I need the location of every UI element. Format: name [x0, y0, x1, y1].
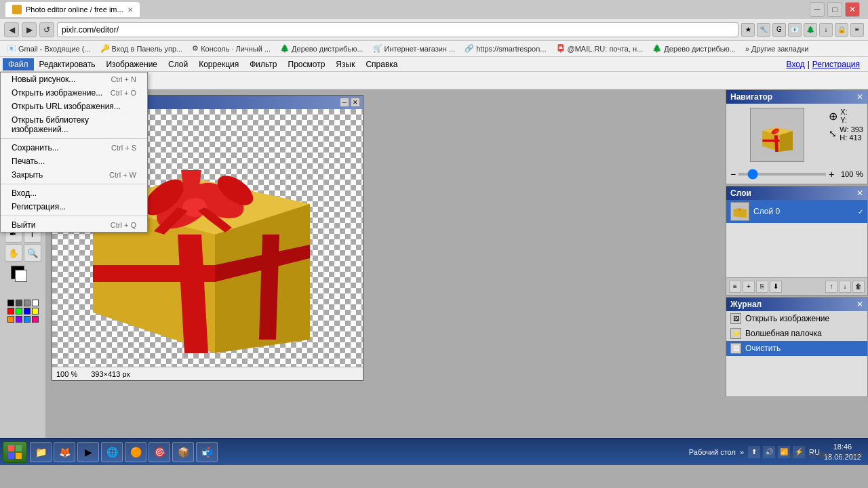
- bookmark-tree2[interactable]: 🌲 Дерево дистрибью...: [648, 43, 740, 54]
- window-minimize-btn[interactable]: ─: [810, 2, 825, 17]
- taskbar-media-btn[interactable]: ▶: [77, 442, 99, 462]
- zoom-minus-icon[interactable]: −: [730, 169, 736, 180]
- menu-open-image[interactable]: Открыть изображение... Ctrl + O: [1, 86, 147, 100]
- ext-icon1[interactable]: G: [772, 23, 786, 37]
- ext-icon3[interactable]: 🌲: [804, 23, 817, 37]
- bookmark-more[interactable]: » Другие закладки: [741, 43, 812, 54]
- layers-btn-copy[interactable]: ⎘: [756, 281, 768, 293]
- tab-close-btn[interactable]: ✕: [127, 6, 133, 14]
- menu-edit[interactable]: Редактировать: [34, 58, 101, 70]
- tray-icon-2[interactable]: 🔊: [763, 446, 775, 458]
- register-link[interactable]: Регистрация: [812, 60, 860, 69]
- menu-help[interactable]: Справка: [360, 58, 403, 70]
- zoom-plus-icon[interactable]: +: [829, 169, 834, 180]
- taskbar-arrow[interactable]: »: [740, 448, 744, 456]
- bookmark-console[interactable]: ⚙ Консоль · Личный ...: [188, 43, 275, 54]
- menu-layer[interactable]: Слой: [163, 58, 193, 70]
- taskbar-ie-btn[interactable]: 🌐: [101, 442, 123, 462]
- menu-quit[interactable]: Выйти Ctrl + Q: [1, 218, 147, 232]
- swatch-orange[interactable]: [7, 316, 14, 323]
- swatch-yellow[interactable]: [32, 308, 39, 314]
- taskbar-files-btn[interactable]: 📁: [30, 442, 52, 462]
- layers-btn-up[interactable]: ↑: [825, 281, 837, 293]
- bookmark-mail[interactable]: 📮 @MAIL.RU: почта, н...: [552, 43, 648, 54]
- star-icon[interactable]: ★: [741, 23, 755, 37]
- menu-close[interactable]: Закрыть Ctrl + W: [1, 168, 147, 182]
- address-bar[interactable]: pixlr.com/editor/: [57, 22, 738, 37]
- zoom-slider[interactable]: [738, 173, 826, 176]
- swatch-white[interactable]: [32, 300, 39, 306]
- secondary-color[interactable]: [15, 270, 27, 282]
- swatch-green[interactable]: [16, 308, 22, 314]
- login-link[interactable]: Вход: [787, 60, 805, 69]
- color-picker[interactable]: [11, 266, 35, 290]
- menu-filter[interactable]: Фильтр: [244, 58, 282, 70]
- swatch-blue[interactable]: [24, 308, 31, 314]
- browser-navbar: ◀ ▶ ↺ pixlr.com/editor/ ★ 🔧 G 📧 🌲 ↓ 🔒 ≡: [0, 19, 868, 41]
- ext-icon2[interactable]: 📧: [788, 23, 802, 37]
- menu-save[interactable]: Сохранить... Ctrl + S: [1, 141, 147, 155]
- layer-0-visible[interactable]: ✓: [858, 208, 863, 216]
- menu-view[interactable]: Просмотр: [283, 58, 331, 70]
- journal-item-2[interactable]: 🖼 Очистить: [726, 341, 867, 356]
- zoom-percent: %: [856, 169, 863, 179]
- layers-close-btn[interactable]: ✕: [856, 188, 863, 198]
- taskbar-mail-btn[interactable]: 📬: [196, 442, 218, 462]
- navigator-close-btn[interactable]: ✕: [856, 92, 863, 102]
- journal-item-0[interactable]: 🖼 Открыть изображение: [726, 311, 867, 326]
- tools-icon[interactable]: 🔧: [757, 23, 770, 37]
- swatch-dark[interactable]: [16, 300, 22, 306]
- refresh-button[interactable]: ↺: [39, 22, 54, 37]
- nav-crosshair-icon[interactable]: ⊕: [829, 110, 837, 123]
- bookmark-shop[interactable]: 🛒 Интернет-магазин ...: [369, 43, 460, 54]
- window-close-btn[interactable]: ✕: [845, 2, 860, 17]
- swatch-black[interactable]: [7, 300, 14, 306]
- ext-icon5[interactable]: 🔒: [835, 23, 848, 37]
- menu-image[interactable]: Изображение: [100, 58, 163, 70]
- tool-hand[interactable]: ✋: [5, 244, 22, 262]
- ext-icon6[interactable]: ≡: [850, 23, 864, 37]
- bookmark-panel[interactable]: 🔑 Вход в Панель упр...: [96, 43, 187, 54]
- journal-close-btn[interactable]: ✕: [856, 300, 863, 309]
- browser-tab[interactable]: Photo editor online / free im... ✕: [5, 2, 140, 17]
- taskbar-target-btn[interactable]: 🎯: [149, 442, 170, 462]
- swatch-purple[interactable]: [16, 316, 22, 323]
- taskbar-firefox-btn[interactable]: 🦊: [54, 442, 75, 462]
- tray-icon-1[interactable]: ⬆: [748, 446, 760, 458]
- layers-btn-merge[interactable]: ⬇: [770, 281, 782, 293]
- menu-open-url[interactable]: Открыть URL изображения...: [1, 100, 147, 113]
- menu-new[interactable]: Новый рисунок... Ctrl + N: [1, 73, 147, 86]
- layers-btn-add[interactable]: +: [743, 281, 755, 293]
- taskbar-package-btn[interactable]: 📦: [172, 442, 194, 462]
- start-button[interactable]: [3, 441, 27, 463]
- layers-btn-menu[interactable]: ≡: [729, 281, 741, 293]
- taskbar-chrome-btn[interactable]: 🟠: [125, 442, 146, 462]
- ext-icon4[interactable]: ↓: [819, 23, 833, 37]
- menu-correction[interactable]: Коррекция: [193, 58, 244, 70]
- menu-open-library[interactable]: Открыть библиотеку изображений...: [1, 113, 147, 136]
- layer-item-0[interactable]: Слой 0 ✓: [726, 200, 867, 223]
- swatch-pink[interactable]: [32, 316, 39, 323]
- swatch-red[interactable]: [7, 308, 14, 314]
- menu-register[interactable]: Регистрация...: [1, 200, 147, 214]
- menu-print[interactable]: Печать...: [1, 155, 147, 168]
- journal-item-1[interactable]: ⭐ Волшебная палочка: [726, 326, 867, 341]
- back-button[interactable]: ◀: [4, 22, 19, 37]
- menu-file[interactable]: Файл: [3, 58, 34, 70]
- bookmark-tree1[interactable]: 🌲 Дерево дистрибью...: [276, 43, 368, 54]
- menu-language[interactable]: Язык: [330, 58, 360, 70]
- forward-button[interactable]: ▶: [22, 22, 37, 37]
- nav-x-label: X:: [840, 108, 847, 116]
- swatch-cyan[interactable]: [24, 316, 31, 323]
- tool-zoom[interactable]: 🔍: [24, 244, 41, 262]
- bookmark-smart[interactable]: 🔗 https://smartrespon...: [460, 43, 550, 54]
- menu-login[interactable]: Вход...: [1, 186, 147, 200]
- swatch-gray[interactable]: [24, 300, 31, 306]
- layers-btn-delete[interactable]: 🗑: [852, 281, 865, 293]
- canvas-close-btn[interactable]: ✕: [351, 98, 360, 107]
- layers-btn-down[interactable]: ↓: [839, 281, 851, 293]
- layer-thumb-svg: [731, 203, 749, 220]
- bookmark-gmail[interactable]: 📧 Gmail - Входящие (...: [3, 43, 95, 54]
- canvas-minimize-btn[interactable]: ─: [340, 98, 349, 107]
- window-maximize-btn[interactable]: □: [827, 2, 842, 17]
